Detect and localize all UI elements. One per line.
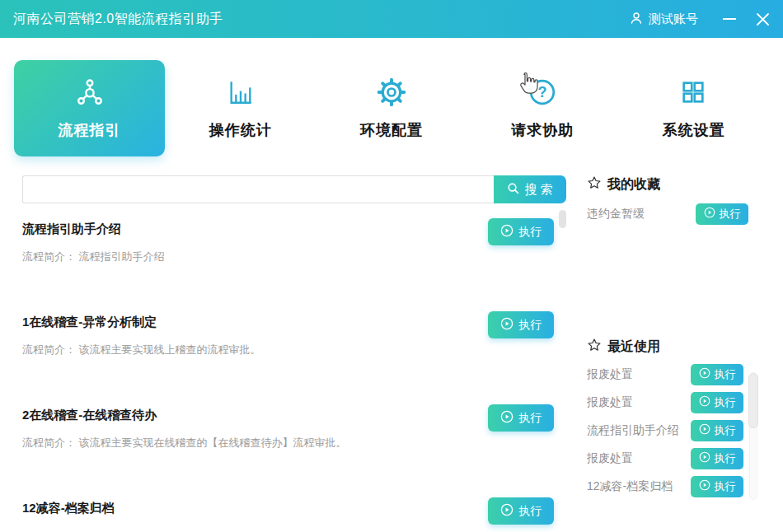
favorites-section: 我的收藏 违约金暂缓 执行 [587, 175, 775, 225]
tab-label: 环境配置 [360, 120, 423, 140]
execute-label: 执行 [715, 395, 736, 410]
list-item: 2在线稽查-在线稽查待办 执行 流程简介： 该流程主要实现在线稽查的【在线稽查待… [22, 404, 554, 450]
share-nodes-icon [75, 77, 105, 108]
recent-label: 12减容-档案归档 [587, 479, 673, 494]
tab-operation-stats[interactable]: 操作统计 [165, 60, 316, 156]
tab-request-help[interactable]: ? 请求协助 [467, 60, 618, 156]
play-circle-icon [699, 367, 710, 381]
execute-label: 执行 [715, 423, 736, 438]
execute-button[interactable]: 执行 [488, 218, 554, 245]
tab-label: 系统设置 [662, 120, 724, 140]
process-title: 1在线稽查-异常分析制定 [22, 315, 157, 330]
execute-label: 执行 [715, 479, 736, 494]
recent-item: 报废处置 执行 [587, 363, 743, 385]
recent-scrollbar[interactable] [748, 373, 758, 428]
process-desc: 流程简介： 流程指引助手介绍 [22, 250, 554, 264]
star-icon [587, 175, 602, 194]
recent-section: 最近使用 报废处置 执行 报废处置 [587, 338, 775, 497]
main-list-scrollbar[interactable] [559, 210, 566, 228]
execute-button[interactable]: 执行 [691, 392, 743, 413]
recent-item: 报废处置 执行 [587, 391, 743, 413]
play-circle-icon [500, 503, 513, 519]
favorites-title: 我的收藏 [607, 176, 660, 194]
execute-button[interactable]: 执行 [488, 497, 554, 525]
play-circle-icon [699, 451, 710, 465]
sidebar: 我的收藏 违约金暂缓 执行 最近使用 [587, 175, 775, 503]
recent-label: 流程指引助手介绍 [587, 423, 679, 438]
play-circle-icon [500, 317, 513, 333]
execute-label: 执行 [518, 225, 542, 240]
grid-icon [680, 77, 706, 108]
execute-button[interactable]: 执行 [691, 476, 743, 497]
tab-label: 操作统计 [209, 120, 272, 140]
gear-icon [377, 77, 406, 108]
execute-button[interactable]: 执行 [488, 404, 554, 432]
tab-process-guide[interactable]: 流程指引 [14, 60, 165, 156]
recent-item: 12减容-档案归档 执行 [587, 475, 743, 497]
recent-label: 报废处置 [587, 451, 633, 466]
play-circle-icon [699, 479, 710, 493]
bar-chart-icon [227, 77, 255, 108]
play-circle-icon [500, 224, 513, 240]
execute-button[interactable]: 执行 [488, 311, 554, 338]
play-circle-icon [699, 395, 710, 409]
user-icon [630, 12, 643, 27]
search-button-label: 搜 索 [524, 182, 552, 198]
favorite-label: 违约金暂缓 [587, 207, 645, 222]
recent-title: 最近使用 [607, 338, 660, 356]
play-circle-icon [500, 410, 513, 426]
minimize-button[interactable] [723, 18, 736, 20]
titlebar: 河南公司营销2.0智能流程指引助手 测试账号 [0, 0, 783, 38]
process-list: 流程指引助手介绍 执行 流程简介： 流程指引助手介绍 1在线稽查-异常分析制定 [22, 218, 554, 532]
execute-label: 执行 [715, 451, 736, 466]
star-icon [587, 338, 602, 356]
tab-bar: 流程指引 操作统计 [14, 60, 769, 156]
process-title: 2在线稽查-在线稽查待办 [22, 408, 157, 423]
user-name: 测试账号 [649, 12, 698, 27]
recent-label: 报废处置 [587, 395, 633, 410]
execute-button[interactable]: 执行 [691, 364, 743, 385]
list-item: 12减容-档案归档 执行 [22, 497, 554, 525]
execute-button[interactable]: 执行 [691, 448, 743, 469]
favorite-item: 违约金暂缓 执行 [587, 203, 748, 225]
tab-label: 请求协助 [511, 120, 574, 140]
search-input[interactable] [22, 175, 494, 203]
tab-label: 流程指引 [59, 120, 121, 140]
execute-button[interactable]: 执行 [696, 203, 748, 225]
question-circle-icon: ? [527, 77, 557, 108]
execute-label: 执行 [518, 504, 542, 519]
recent-item: 报废处置 执行 [587, 447, 743, 469]
close-button[interactable] [756, 12, 770, 26]
execute-button[interactable]: 执行 [691, 420, 743, 441]
execute-label: 执行 [518, 411, 542, 426]
list-item: 流程指引助手介绍 执行 流程简介： 流程指引助手介绍 [22, 218, 554, 264]
process-desc: 流程简介： 该流程主要实现在线稽查的【在线稽查待办】流程审批。 [22, 436, 554, 450]
process-title: 流程指引助手介绍 [22, 222, 121, 237]
execute-label: 执行 [715, 367, 736, 382]
user-account[interactable]: 测试账号 [630, 12, 698, 27]
search-bar: 搜 索 [22, 175, 566, 203]
tab-system-settings[interactable]: 系统设置 [618, 60, 769, 156]
process-title: 12减容-档案归档 [22, 501, 115, 516]
search-icon [507, 182, 519, 197]
recent-item: 流程指引助手介绍 执行 [587, 419, 743, 441]
search-button[interactable]: 搜 索 [494, 175, 566, 203]
execute-label: 执行 [518, 318, 542, 333]
svg-text:?: ? [538, 84, 547, 100]
execute-label: 执行 [720, 207, 741, 222]
recent-label: 报废处置 [587, 367, 633, 382]
tab-environment-config[interactable]: 环境配置 [316, 60, 467, 156]
process-desc: 流程简介： 该流程主要实现线上稽查的流程审批。 [22, 343, 554, 357]
app-title: 河南公司营销2.0智能流程指引助手 [13, 11, 223, 28]
list-item: 1在线稽查-异常分析制定 执行 流程简介： 该流程主要实现线上稽查的流程审批。 [22, 311, 554, 357]
play-circle-icon [699, 423, 710, 437]
play-circle-icon [704, 207, 715, 221]
